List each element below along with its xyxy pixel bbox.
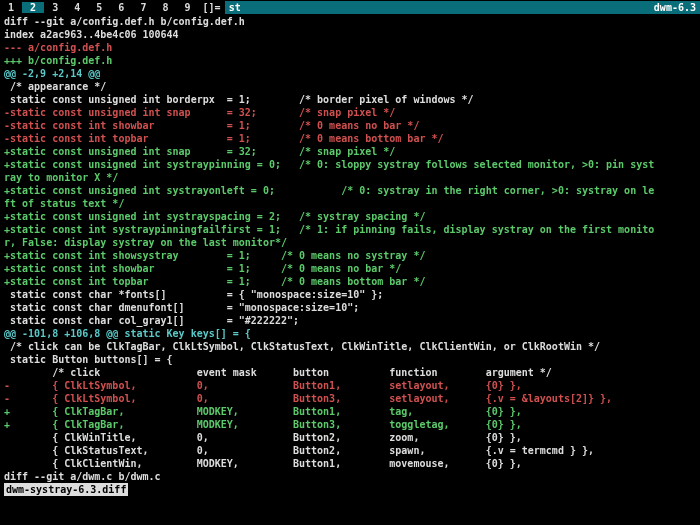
diff-line: diff --git a/config.def.h b/config.def.h bbox=[4, 15, 696, 28]
terminal-content[interactable]: diff --git a/config.def.h b/config.def.h… bbox=[0, 14, 700, 496]
tag-4[interactable]: 4 bbox=[66, 2, 88, 13]
diff-line: static const char *fonts[] = { "monospac… bbox=[4, 288, 696, 301]
diff-line: { ClkStatusText, 0, Button2, spawn, {.v … bbox=[4, 444, 696, 457]
diff-line: static const char col_gray1[] = "#222222… bbox=[4, 314, 696, 327]
diff-line: /* appearance */ bbox=[4, 80, 696, 93]
tag-3[interactable]: 3 bbox=[44, 2, 66, 13]
diff-line: -static const int showbar = 1; /* 0 mean… bbox=[4, 119, 696, 132]
diff-line: /* click can be ClkTagBar, ClkLtSymbol, … bbox=[4, 340, 696, 353]
diff-line: ft of status text */ bbox=[4, 197, 696, 210]
diff-line: --- a/config.def.h bbox=[4, 41, 696, 54]
diff-line: +static const int topbar = 1; /* 0 means… bbox=[4, 275, 696, 288]
diff-line: static const unsigned int borderpx = 1; … bbox=[4, 93, 696, 106]
diff-line: { ClkWinTitle, 0, Button2, zoom, {0} }, bbox=[4, 431, 696, 444]
diff-line: +static const int showsystray = 1; /* 0 … bbox=[4, 249, 696, 262]
tag-8[interactable]: 8 bbox=[154, 2, 176, 13]
diff-line: /* click event mask button function argu… bbox=[4, 366, 696, 379]
diff-line: - { ClkLtSymbol, 0, Button3, setlayout, … bbox=[4, 392, 696, 405]
diff-line: -static const int topbar = 1; /* 0 means… bbox=[4, 132, 696, 145]
diff-line: r, False: display systray on the last mo… bbox=[4, 236, 696, 249]
diff-line: +static const int showbar = 1; /* 0 mean… bbox=[4, 262, 696, 275]
tag-7[interactable]: 7 bbox=[132, 2, 154, 13]
diff-line: diff --git a/dwm.c b/dwm.c bbox=[4, 470, 696, 483]
diff-line: +++ b/config.def.h bbox=[4, 54, 696, 67]
tag-bar[interactable]: 1 2 3 4 5 6 7 8 9 bbox=[0, 1, 199, 14]
tag-5[interactable]: 5 bbox=[88, 2, 110, 13]
diff-line: static const char dmenufont[] = "monospa… bbox=[4, 301, 696, 314]
tag-6[interactable]: 6 bbox=[110, 2, 132, 13]
window-title[interactable]: st bbox=[225, 1, 650, 14]
diff-line: +static const unsigned int systraypinnin… bbox=[4, 158, 696, 171]
dwm-bar: 1 2 3 4 5 6 7 8 9 []= st dwm-6.3 bbox=[0, 0, 700, 14]
diff-line: @@ -2,9 +2,14 @@ bbox=[4, 67, 696, 80]
diff-line: { ClkClientWin, MODKEY, Button1, movemou… bbox=[4, 457, 696, 470]
layout-symbol[interactable]: []= bbox=[199, 1, 225, 14]
diff-line: ray to monitor X */ bbox=[4, 171, 696, 184]
diff-line: static Button buttons[] = { bbox=[4, 353, 696, 366]
diff-line: @@ -101,8 +106,8 @@ static Key keys[] = … bbox=[4, 327, 696, 340]
diff-line: index a2ac963..4be4c06 100644 bbox=[4, 28, 696, 41]
diff-line: +static const unsigned int systrayspacin… bbox=[4, 210, 696, 223]
diff-line: + { ClkTagBar, MODKEY, Button1, tag, {0}… bbox=[4, 405, 696, 418]
status-text: dwm-6.3 bbox=[650, 1, 700, 14]
tag-2[interactable]: 2 bbox=[22, 2, 44, 13]
tag-9[interactable]: 9 bbox=[177, 2, 199, 13]
tag-1[interactable]: 1 bbox=[0, 2, 22, 13]
diff-line: + { ClkTagBar, MODKEY, Button3, toggleta… bbox=[4, 418, 696, 431]
diff-line: - { ClkLtSymbol, 0, Button1, setlayout, … bbox=[4, 379, 696, 392]
diff-line: +static const int systraypinningfailfirs… bbox=[4, 223, 696, 236]
diff-line: +static const unsigned int snap = 32; /*… bbox=[4, 145, 696, 158]
diff-line: +static const unsigned int systrayonleft… bbox=[4, 184, 696, 197]
diff-line: -static const unsigned int snap = 32; /*… bbox=[4, 106, 696, 119]
pager-statusline: dwm-systray-6.3.diff bbox=[4, 483, 128, 496]
